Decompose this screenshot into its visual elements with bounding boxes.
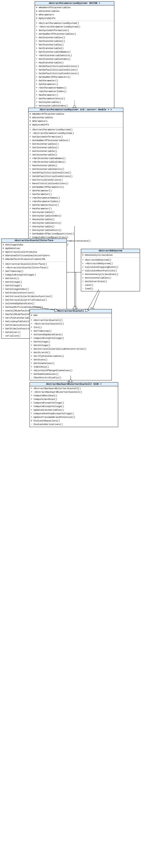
- method-item: + GetInitialConditions(): [30, 178, 122, 182]
- method-item: + rGetParameterNames(): [30, 196, 122, 200]
- method-item: + GetIntracellularCalciumConcentration(): [31, 347, 111, 351]
- methods-section-abecc: + AbstractBackwardEulerCardiacCell() + ~…: [30, 386, 118, 427]
- method-item: + GetStateVariables(): [36, 36, 113, 39]
- method-item: + rGetParameterIndex(): [36, 90, 113, 93]
- svg-line-18: [87, 289, 99, 310]
- method-item: + GetNumberOfDerivedQuantities(): [30, 232, 122, 236]
- field-item: # mpIntracellularStimulus: [3, 250, 65, 254]
- box-abstract-backward-euler-cardiac-cell: AbstractBackwardEulerCardiacCell< SIZE >…: [30, 382, 118, 427]
- method-item: + Init(): [31, 326, 111, 329]
- method-item: + rGetStateVariableUnits(): [36, 54, 113, 58]
- method-item: + GetStateVariableUnits(): [30, 167, 122, 171]
- method-item: + GetIntracellularStimulusFunction(): [3, 295, 65, 298]
- method-item: + GetParameter(): [36, 79, 113, 83]
- field-item: # mpOdeSolver: [3, 247, 65, 250]
- method-item: + AbstractParameterisedSystem(): [36, 22, 113, 25]
- method-item: + GetDefaultInitialConditions(): [36, 65, 113, 68]
- method-item: + SetDefaultInitialCondition(): [30, 171, 122, 175]
- fields-section-acc: # mDt: [30, 313, 112, 318]
- method-item: + SetDefaultInitialConditions(): [30, 175, 122, 178]
- method-item: + GetSolverState(): [82, 280, 139, 283]
- method-item: + GetSlowValues(): [31, 362, 111, 365]
- method-item: + ComputeJacobian(): [31, 398, 117, 401]
- field-item: # mSetUsedInTissueSimulationToZero: [3, 254, 65, 257]
- box-header-abecc: AbstractBackwardEulerCardiacCell< SIZE >: [30, 382, 118, 386]
- box-title-abecc: AbstractBackwardEulerCardiacCell< SIZE >: [46, 383, 101, 385]
- field-item: # mpSystemInfo: [36, 17, 113, 20]
- method-item: + GetStateVariables(): [82, 276, 139, 280]
- fields-section-apsdouble: # mNumberOfStateVariables # mStateVariab…: [29, 112, 123, 127]
- field-item: # mHasDefaultStimulusFromCellML: [3, 257, 65, 261]
- method-item: + HasStateVariable(): [30, 164, 122, 167]
- method-item: + IsNotOnly(): [31, 365, 111, 369]
- field-item: # mDt: [31, 314, 111, 317]
- field-item: # mpSystemInfo: [30, 123, 122, 127]
- method-item: + GetIntracellularArtiStimulus(): [3, 298, 65, 302]
- method-item: + ~AbstractOdeSystem(): [82, 262, 139, 266]
- method-item: + GetAnyVariableIndex(): [30, 214, 122, 218]
- method-item: - save(): [82, 283, 139, 287]
- method-item: + AbstractCardiacCell(): [31, 318, 111, 322]
- method-item: + GetStateVariable(): [30, 150, 122, 153]
- method-item: + GetStateVariableIndex(): [36, 58, 113, 61]
- field-item: # mVoltageIndex: [3, 243, 65, 247]
- method-item: + ComputeExceptVoltage(): [31, 401, 117, 405]
- method-item: + SetStateVariables(): [36, 39, 113, 43]
- method-item: + GetNumberOfStateVariables(): [36, 32, 113, 36]
- method-item: + SetStateVariables(): [30, 146, 122, 150]
- methods-section-aos: + AbstractOdeSystem() + ~AbstractOdeSyst…: [81, 258, 140, 291]
- method-item: + GetParameterUnits(): [36, 97, 113, 100]
- field-item: # mNumberOfStateVariables: [30, 112, 122, 116]
- field-item: # mParameters: [30, 120, 122, 123]
- method-item: + ResetToInitialConditions(): [30, 182, 122, 185]
- method-item: + GetIonic(): [3, 277, 65, 280]
- method-item: - CheckForArchiveFix(): [31, 376, 111, 380]
- method-item: # EvaluateEquations(): [31, 419, 117, 423]
- method-item: + GetSystemInformation(): [36, 29, 113, 32]
- diagram-container: AbstractParameterisedSystem< VECTOR > # …: [0, 0, 149, 868]
- method-item: + GetNumberOfStateVariables(): [30, 139, 122, 142]
- method-item: + SetAnyVariable(): [30, 225, 122, 228]
- box-abstract-ode-system: AbstractOdeSystem # mUseAnalyticJacobian…: [81, 249, 140, 291]
- field-item: # mStateVariables: [30, 116, 122, 120]
- method-item: + GetNumSlowValues(): [31, 372, 111, 376]
- method-item: + ComputeExceptVoltage(): [3, 273, 65, 277]
- box-title-aos: AbstractOdeSystem: [99, 250, 122, 252]
- method-item: + ComputeExceptVoltage(): [31, 405, 117, 408]
- method-item: + GetStateVariable(): [36, 43, 113, 47]
- field-item: # mNumberOfStateVariables: [36, 6, 113, 9]
- method-item: + SetStateVariable(): [30, 153, 122, 157]
- method-item: + AbstractOdeSystem(): [82, 258, 139, 262]
- method-item: + GetVoltageIndex(): [3, 287, 65, 291]
- method-item: + ~AbstractParameterisedSystem(): [36, 25, 113, 29]
- box-abstract-cardiac-cell: AbstractCardiacCell # mDt + AbstractCard…: [30, 309, 112, 380]
- method-item: + GetStimulusFunction(): [3, 291, 65, 295]
- method-item: - EvaluateDerivatives(): [31, 423, 117, 426]
- method-item: + GetVoltage(): [31, 344, 111, 347]
- method-item: + AbstractBackwardEulerCardiacCell(): [31, 387, 117, 391]
- box-header-apsvector: AbstractParameterisedSystem< VECTOR >: [35, 2, 114, 5]
- box-header-apsdouble: AbstractParameterisedSystem< std::vector…: [29, 108, 123, 112]
- box-header-acci: AbstractCardiacCellInterface: [2, 239, 66, 243]
- method-item: + GetVoltage(): [3, 280, 65, 284]
- method-item: + rGetParameterIndex(): [30, 200, 122, 204]
- box-title-acc: AbstractCardiacCell: [58, 310, 84, 312]
- method-item: + GetNumberOfParameters(): [30, 185, 122, 189]
- box-title-acci: AbstractCardiacCellInterface: [14, 239, 54, 242]
- method-item: + rGetStateVariableNames(): [30, 157, 122, 160]
- method-item: + rGetStateVariableIndex(): [30, 160, 122, 164]
- svg-marker-3: [74, 306, 77, 309]
- method-item: + CalculateRootFunction(): [82, 269, 139, 273]
- method-item: + ~AbstractCardiacCell(): [31, 322, 111, 326]
- methods-section-acc: + AbstractCardiacCell() + ~AbstractCardi…: [30, 318, 112, 380]
- svg-line-6: [92, 290, 100, 309]
- method-item: + CalculateStoppingEvent(): [82, 266, 139, 269]
- fields-section-acci: # mVoltageIndex # mpOdeSolver # mpIntrac…: [2, 243, 66, 262]
- method-item: + SetState(): [31, 358, 111, 362]
- field-item: # mUseAnalyticJacobian: [82, 253, 139, 257]
- method-item: + AbstractCardiacCellInterface(): [3, 262, 65, 266]
- method-item: + SetTimestep(): [3, 270, 65, 273]
- method-item: + SetDefaultInitialCondition(): [36, 68, 113, 72]
- method-item: + SolveAndUpdateState(): [31, 333, 111, 337]
- method-item: + GetStateVariables(): [30, 142, 122, 146]
